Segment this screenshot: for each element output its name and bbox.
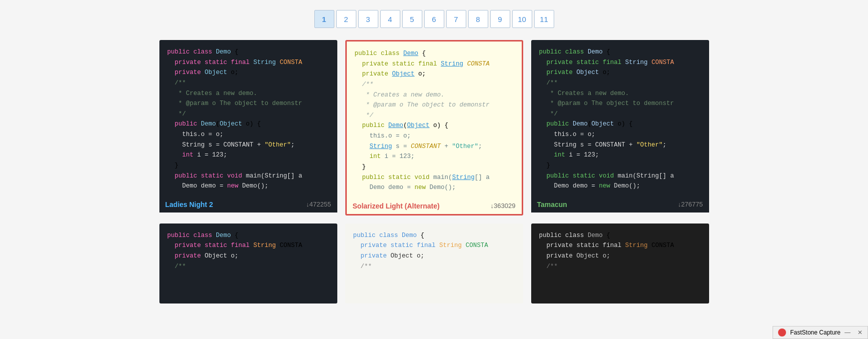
card-footer-tamacun: Tamacun ↓276775 — [531, 196, 709, 212]
page-5-button[interactable]: 5 — [402, 10, 422, 28]
page-7-button[interactable]: 7 — [446, 10, 466, 28]
code-preview-tamacun: public class Demo { private static final… — [531, 40, 709, 196]
theme-card-bottom-6[interactable]: public class Demo { private static final… — [531, 224, 709, 304]
code-preview-solarized-light: public class Demo { private static final… — [347, 42, 522, 198]
page-4-button[interactable]: 4 — [380, 10, 400, 28]
code-preview-bottom-6: public class Demo { private static final… — [531, 224, 709, 304]
page-10-button[interactable]: 10 — [512, 10, 532, 28]
theme-card-bottom-5[interactable]: public class Demo { private static final… — [345, 224, 523, 304]
theme-grid: public class Demo { private static final… — [159, 40, 709, 216]
page-6-button[interactable]: 6 — [424, 10, 444, 28]
download-count-tamacun: ↓276775 — [678, 200, 703, 208]
page-11-button[interactable]: 11 — [534, 10, 554, 28]
page-1-button[interactable]: 1 — [314, 10, 334, 28]
page-9-button[interactable]: 9 — [490, 10, 510, 28]
page-8-button[interactable]: 8 — [468, 10, 488, 28]
pagination: 1 2 3 4 5 6 7 8 9 10 11 — [10, 10, 858, 28]
code-preview-ladies-night-2: public class Demo { private static final… — [159, 40, 337, 196]
download-count-ladies-night-2: ↓472255 — [306, 200, 331, 208]
page-3-button[interactable]: 3 — [358, 10, 378, 28]
page-2-button[interactable]: 2 — [336, 10, 356, 28]
theme-name-ladies-night-2: Ladies Night 2 — [165, 200, 213, 208]
theme-card-solarized-light-alternate[interactable]: public class Demo { private static final… — [345, 40, 523, 216]
bottom-theme-row: public class Demo { private static final… — [159, 224, 709, 304]
code-preview-bottom-4: public class Demo { private static final… — [159, 224, 337, 304]
code-preview-bottom-5: public class Demo { private static final… — [345, 224, 523, 304]
theme-name-solarized-light: Solarized Light (Alternate) — [353, 202, 440, 210]
theme-card-bottom-4[interactable]: public class Demo { private static final… — [159, 224, 337, 304]
theme-card-tamacun[interactable]: public class Demo { private static final… — [531, 40, 709, 216]
theme-name-tamacun: Tamacun — [537, 200, 567, 208]
card-footer-ladies-night-2: Ladies Night 2 ↓472255 — [159, 196, 337, 212]
download-count-solarized-light: ↓363029 — [491, 202, 516, 210]
card-footer-solarized-light: Solarized Light (Alternate) ↓363029 — [347, 198, 522, 214]
theme-card-ladies-night-2[interactable]: public class Demo { private static final… — [159, 40, 337, 216]
